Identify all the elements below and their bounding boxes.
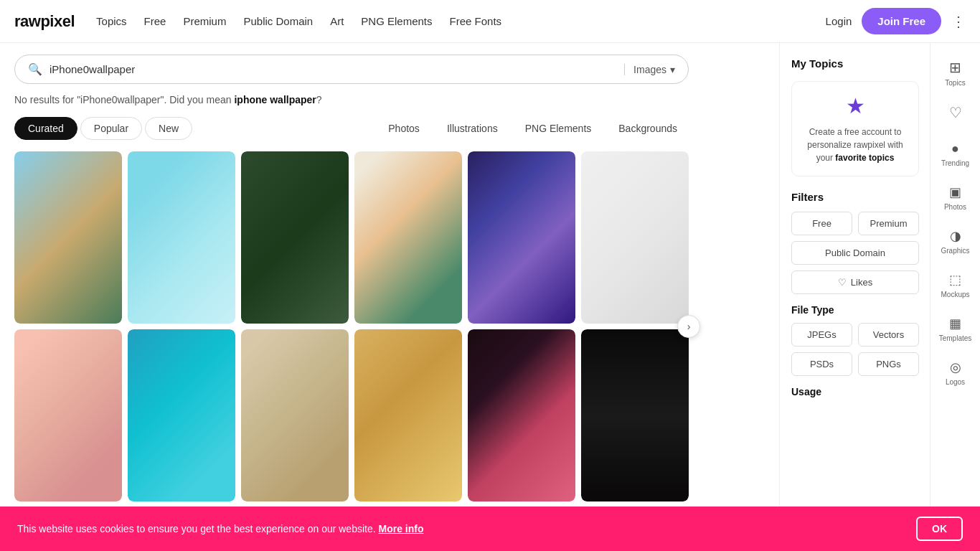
site-logo[interactable]: rawpixel <box>14 12 75 31</box>
cookie-banner: This website uses cookies to ensure you … <box>0 507 980 551</box>
filter-psds[interactable]: PSDs <box>791 352 852 376</box>
sidebar-item-photos[interactable]: ▣ Photos <box>930 176 980 220</box>
filter-public-domain[interactable]: Public Domain <box>791 241 919 265</box>
tab-popular[interactable]: Popular <box>80 117 142 140</box>
likes-label: Likes <box>851 277 872 288</box>
sidebar-item-favorites[interactable]: ♡ <box>930 95 980 133</box>
cookie-text: This website uses cookies to ensure you … <box>17 523 916 534</box>
cookie-more-info-link[interactable]: More info <box>379 523 424 534</box>
no-results-message: No results for "iPhone0wallpaper". Did y… <box>14 94 765 105</box>
header: rawpixel Topics Free Premium Public Doma… <box>0 0 980 43</box>
icon-bar: ⊞ Topics ♡ ● Trending ▣ Photos ◑ Graphic… <box>930 43 980 551</box>
list-item[interactable] <box>14 151 122 324</box>
nav-topics[interactable]: Topics <box>96 15 127 27</box>
mockups-icon-label: Mockups <box>941 291 969 298</box>
list-item[interactable] <box>14 329 122 501</box>
personalize-text: Create a free account to personalize raw… <box>798 126 913 164</box>
suggestion-link[interactable]: iphone wallpaper <box>234 94 316 105</box>
list-item[interactable] <box>241 151 349 324</box>
sidebar-item-templates[interactable]: ▦ Templates <box>930 307 980 351</box>
filter-jpegs[interactable]: JPEGs <box>791 323 852 347</box>
list-item[interactable] <box>581 151 689 324</box>
templates-icon: ▦ <box>949 316 961 331</box>
search-bar: 🔍 Images ▾ <box>14 55 689 84</box>
nav-public-domain[interactable]: Public Domain <box>243 15 313 27</box>
login-button[interactable]: Login <box>826 15 852 27</box>
filter-free[interactable]: Free <box>791 212 852 235</box>
filter-likes[interactable]: ♡ Likes <box>791 270 919 294</box>
file-type-title: File Type <box>791 304 919 316</box>
search-input[interactable] <box>50 63 624 75</box>
personalize-box: ★ Create a free account to personalize r… <box>791 81 919 176</box>
type-png-elements[interactable]: PNG Elements <box>514 118 603 139</box>
search-icon: 🔍 <box>28 62 42 76</box>
content-area: 🔍 Images ▾ No results for "iPhone0wallpa… <box>0 43 779 551</box>
trending-icon: ● <box>951 141 959 156</box>
list-item[interactable] <box>354 329 462 501</box>
photos-icon: ▣ <box>949 184 961 200</box>
nav-art[interactable]: Art <box>330 15 344 27</box>
cookie-ok-button[interactable]: OK <box>916 517 963 541</box>
photos-icon-label: Photos <box>944 203 966 211</box>
filters-title: Filters <box>791 191 919 203</box>
list-item[interactable] <box>354 151 462 324</box>
main-nav: Topics Free Premium Public Domain Art PN… <box>96 15 826 27</box>
star-icon: ★ <box>798 93 913 118</box>
nav-free[interactable]: Free <box>144 15 166 27</box>
list-item[interactable] <box>468 151 575 324</box>
list-item[interactable] <box>241 329 349 501</box>
chevron-down-icon: ▾ <box>670 64 675 75</box>
trending-icon-label: Trending <box>941 159 969 167</box>
filter-pngs[interactable]: PNGs <box>858 352 919 376</box>
tab-curated[interactable]: Curated <box>14 117 77 140</box>
header-actions: Login Join Free ⋮ <box>826 8 966 34</box>
sort-tab-group: Curated Popular New <box>14 117 192 140</box>
sidebar-item-logos[interactable]: ◎ Logos <box>930 351 980 395</box>
list-item[interactable] <box>128 329 235 501</box>
tab-new[interactable]: New <box>145 117 192 140</box>
usage-title: Usage <box>791 386 919 397</box>
filter-vectors[interactable]: Vectors <box>858 323 919 347</box>
type-backgrounds[interactable]: Backgrounds <box>607 118 689 139</box>
type-photos[interactable]: Photos <box>377 118 431 139</box>
list-item[interactable] <box>581 329 689 501</box>
heart-icon: ♡ <box>838 277 847 288</box>
my-topics-title: My Topics <box>791 57 919 70</box>
sidebar-item-trending[interactable]: ● Trending <box>930 133 980 176</box>
heart-outline-icon: ♡ <box>949 104 962 121</box>
type-illustrations[interactable]: Illustrations <box>435 118 509 139</box>
logos-icon-label: Logos <box>946 378 965 386</box>
sidebar-filters: My Topics ★ Create a free account to per… <box>780 43 930 419</box>
scroll-right-button[interactable]: › <box>677 315 700 338</box>
mockups-icon: ⬚ <box>949 272 961 288</box>
list-item[interactable] <box>468 329 575 501</box>
sidebar-item-graphics[interactable]: ◑ Graphics <box>930 220 980 263</box>
nav-png-elements[interactable]: PNG Elements <box>361 15 432 27</box>
topics-icon-label: Topics <box>945 79 965 87</box>
nav-free-fonts[interactable]: Free Fonts <box>450 15 502 27</box>
right-sidebar: My Topics ★ Create a free account to per… <box>779 43 980 551</box>
sidebar-item-mockups[interactable]: ⬚ Mockups <box>930 263 980 307</box>
more-icon[interactable]: ⋮ <box>951 13 966 30</box>
filter-premium[interactable]: Premium <box>858 212 919 235</box>
image-grid-container: › <box>14 151 689 501</box>
main-layout: 🔍 Images ▾ No results for "iPhone0wallpa… <box>0 43 980 551</box>
nav-premium[interactable]: Premium <box>183 15 226 27</box>
templates-icon-label: Templates <box>939 334 972 342</box>
graphics-icon: ◑ <box>950 228 961 244</box>
list-item[interactable] <box>128 151 235 324</box>
filter-tabs: Curated Popular New Photos Illustrations… <box>14 117 689 140</box>
filter-buttons: Free Premium Public Domain ♡ Likes <box>791 212 919 294</box>
image-grid <box>14 151 689 501</box>
sidebar-item-topics[interactable]: ⊞ Topics <box>930 50 980 95</box>
join-button[interactable]: Join Free <box>862 8 941 34</box>
topics-icon: ⊞ <box>949 59 961 76</box>
type-filter-group: Photos Illustrations PNG Elements Backgr… <box>377 118 689 139</box>
graphics-icon-label: Graphics <box>941 247 969 255</box>
file-type-buttons: JPEGs Vectors PSDs PNGs <box>791 323 919 376</box>
logos-icon: ◎ <box>950 359 961 375</box>
search-type-dropdown[interactable]: Images ▾ <box>624 64 675 75</box>
